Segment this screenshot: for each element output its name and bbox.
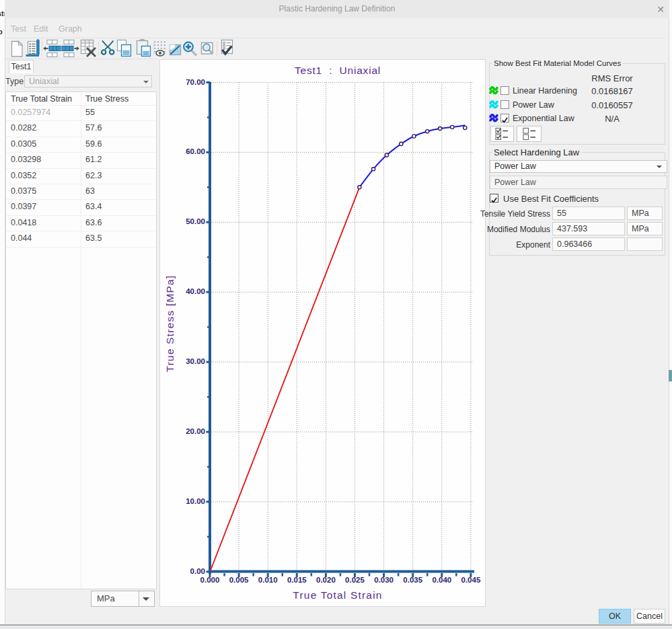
svg-text:True Stress [MPa]: True Stress [MPa]	[164, 275, 176, 373]
svg-text:0.00: 0.00	[190, 567, 205, 575]
svg-text:20.00: 20.00	[186, 427, 205, 435]
svg-text:50.00: 50.00	[186, 217, 205, 225]
svg-text:0.010: 0.010	[258, 576, 278, 584]
svg-text:70.00: 70.00	[186, 78, 205, 86]
svg-text:0.040: 0.040	[432, 576, 451, 584]
svg-text:True Total Strain: True Total Strain	[293, 589, 382, 601]
svg-text:30.00: 30.00	[186, 357, 205, 365]
svg-text:0.025: 0.025	[345, 576, 365, 584]
svg-text:0.035: 0.035	[403, 576, 422, 584]
svg-text:0.015: 0.015	[287, 576, 307, 584]
svg-text:Test1 : Uniaxial: Test1 : Uniaxial	[295, 65, 381, 76]
svg-text:0.045: 0.045	[461, 576, 481, 584]
svg-text:0.020: 0.020	[316, 576, 336, 584]
svg-text:0.000: 0.000	[200, 576, 220, 584]
svg-text:40.00: 40.00	[186, 287, 205, 295]
svg-text:60.00: 60.00	[186, 147, 205, 155]
svg-text:10.00: 10.00	[186, 497, 205, 505]
svg-text:0.030: 0.030	[374, 576, 394, 584]
svg-text:0.005: 0.005	[229, 576, 249, 584]
